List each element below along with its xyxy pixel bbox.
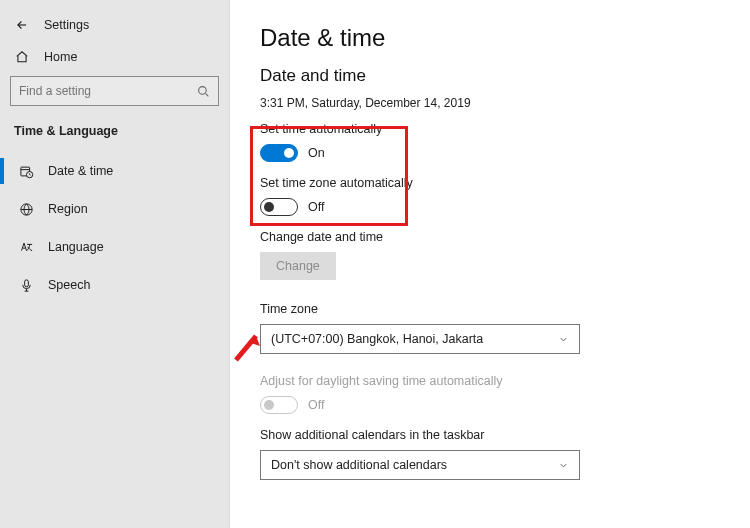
additional-calendars-block: Show additional calendars in the taskbar… xyxy=(260,428,720,480)
set-tz-auto-toggle[interactable] xyxy=(260,198,298,216)
sidebar: Settings Home Time & Language Date & tim… xyxy=(0,0,230,528)
set-tz-auto-block: Set time zone automatically Off xyxy=(260,176,720,216)
microphone-icon xyxy=(18,278,34,293)
back-button[interactable]: Settings xyxy=(0,10,229,40)
home-icon xyxy=(14,50,30,64)
sidebar-item-home[interactable]: Home xyxy=(0,40,229,74)
page-title: Date & time xyxy=(260,24,720,52)
dst-value: Off xyxy=(308,398,324,412)
language-icon xyxy=(18,240,34,255)
main-content: Date & time Date and time 3:31 PM, Satur… xyxy=(230,0,750,528)
svg-point-0 xyxy=(199,86,207,94)
sidebar-section-title: Time & Language xyxy=(0,116,229,152)
sidebar-item-label: Speech xyxy=(48,278,90,292)
page-subtitle: Date and time xyxy=(260,66,720,86)
set-time-auto-value: On xyxy=(308,146,325,160)
set-tz-auto-value: Off xyxy=(308,200,324,214)
current-datetime: 3:31 PM, Saturday, December 14, 2019 xyxy=(260,96,720,110)
sidebar-item-label: Date & time xyxy=(48,164,113,178)
sidebar-item-label: Language xyxy=(48,240,104,254)
set-tz-auto-label: Set time zone automatically xyxy=(260,176,720,190)
sidebar-item-date-time[interactable]: Date & time xyxy=(0,152,229,190)
timezone-block: Time zone (UTC+07:00) Bangkok, Hanoi, Ja… xyxy=(260,302,720,354)
timezone-label: Time zone xyxy=(260,302,720,316)
chevron-down-icon xyxy=(558,334,569,345)
dst-toggle xyxy=(260,396,298,414)
timezone-select[interactable]: (UTC+07:00) Bangkok, Hanoi, Jakarta xyxy=(260,324,580,354)
additional-calendars-value: Don't show additional calendars xyxy=(271,458,447,472)
set-time-auto-block: Set time automatically On xyxy=(260,122,720,162)
search-icon xyxy=(197,85,210,98)
search-input-wrapper[interactable] xyxy=(10,76,219,106)
svg-rect-4 xyxy=(24,279,28,286)
dst-label: Adjust for daylight saving time automati… xyxy=(260,374,720,388)
sidebar-item-language[interactable]: Language xyxy=(0,228,229,266)
chevron-down-icon xyxy=(558,460,569,471)
arrow-left-icon xyxy=(14,18,30,32)
sidebar-item-region[interactable]: Region xyxy=(0,190,229,228)
change-button: Change xyxy=(260,252,336,280)
set-time-auto-label: Set time automatically xyxy=(260,122,720,136)
sidebar-item-speech[interactable]: Speech xyxy=(0,266,229,304)
sidebar-item-label: Region xyxy=(48,202,88,216)
timezone-value: (UTC+07:00) Bangkok, Hanoi, Jakarta xyxy=(271,332,483,346)
dst-block: Adjust for daylight saving time automati… xyxy=(260,374,720,414)
search-container xyxy=(0,74,229,116)
change-datetime-label: Change date and time xyxy=(260,230,720,244)
set-time-auto-toggle[interactable] xyxy=(260,144,298,162)
additional-calendars-label: Show additional calendars in the taskbar xyxy=(260,428,720,442)
sidebar-home-label: Home xyxy=(44,50,77,64)
window-title: Settings xyxy=(44,18,89,32)
search-input[interactable] xyxy=(19,84,197,98)
change-datetime-block: Change date and time Change xyxy=(260,230,720,280)
additional-calendars-select[interactable]: Don't show additional calendars xyxy=(260,450,580,480)
calendar-clock-icon xyxy=(18,164,34,179)
globe-icon xyxy=(18,202,34,217)
